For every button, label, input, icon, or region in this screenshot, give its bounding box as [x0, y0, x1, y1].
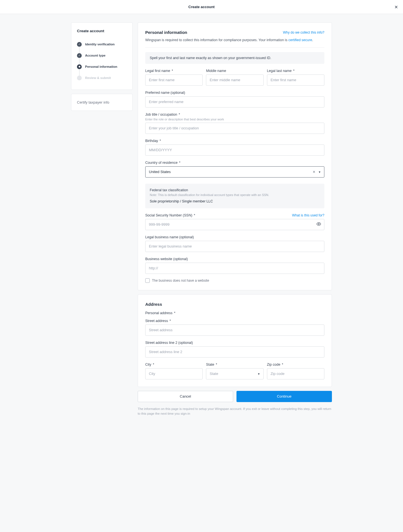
first-name-label: Legal first name *	[145, 69, 203, 73]
certify-taxpayer-label: Certify taxpayer info	[77, 100, 127, 104]
website-label: Business website (optional)	[145, 257, 324, 261]
first-name-input[interactable]	[145, 74, 203, 86]
why-collect-link[interactable]: Why do we collect this info?	[283, 31, 324, 34]
progress-title: Create account	[77, 29, 127, 33]
legal-business-input[interactable]	[145, 241, 324, 252]
last-name-label: Legal last name *	[267, 69, 324, 73]
future-step-icon	[77, 76, 82, 80]
city-label: City *	[145, 363, 203, 367]
footer-help-text: The information on this page is required…	[138, 407, 332, 416]
clear-icon[interactable]: ✕	[313, 170, 315, 174]
job-title-label: Job title / occupation *	[145, 113, 324, 116]
svg-point-0	[318, 223, 319, 225]
step-personal-information: Personal information	[77, 61, 127, 72]
preferred-name-label: Preferred name (optional)	[145, 91, 324, 95]
step-label: Personal information	[85, 65, 117, 68]
address-panel: Address Personal address * Street addres…	[138, 294, 332, 387]
close-button[interactable]: ✕	[394, 4, 398, 10]
panel-description: Wingspan is required to collect this inf…	[145, 38, 324, 48]
personal-info-panel: Personal information Why do we collect t…	[138, 22, 332, 290]
address-subtitle: Personal address *	[145, 311, 324, 315]
country-value: United States	[149, 170, 171, 174]
ssn-help-link[interactable]: What is this used for?	[292, 213, 324, 217]
certified-secure-link[interactable]: certified secure	[288, 38, 312, 42]
header-bar: Create account ✕	[0, 0, 403, 14]
step-label: Identity verification	[85, 43, 114, 46]
cancel-button[interactable]: Cancel	[138, 391, 233, 402]
current-step-icon	[77, 64, 82, 69]
header-title: Create account	[188, 5, 215, 9]
eye-icon[interactable]	[317, 222, 321, 227]
federal-tax-value: Sole proprietorship / Single member LLC	[150, 199, 320, 203]
job-title-input[interactable]	[145, 123, 324, 134]
certify-taxpayer-card[interactable]: Certify taxpayer info	[71, 94, 133, 111]
no-website-checkbox[interactable]	[145, 278, 150, 283]
street-input[interactable]	[145, 325, 324, 336]
desc-suffix: .	[312, 38, 313, 42]
close-icon: ✕	[394, 4, 398, 9]
street2-label: Street address line 2 (optional)	[145, 341, 324, 345]
zip-input[interactable]	[267, 368, 324, 379]
country-select[interactable]: United States	[145, 166, 324, 178]
birthday-label: Birthday *	[145, 139, 324, 143]
job-title-help: Enter the role or description that best …	[145, 118, 324, 121]
step-account-type: ✓ Account type	[77, 50, 127, 61]
ssn-input[interactable]	[145, 219, 324, 230]
ssn-label: Social Security Number (SSN) *	[145, 213, 195, 217]
zip-label: Zip code *	[267, 363, 324, 367]
street-label: Street address *	[145, 319, 324, 323]
step-label: Account type	[85, 54, 106, 57]
federal-tax-title: Federal tax classification	[150, 188, 320, 192]
address-title: Address	[145, 302, 324, 307]
desc-prefix: Wingspan is required to collect this inf…	[145, 38, 288, 42]
street2-input[interactable]	[145, 346, 324, 358]
step-label: Review & submit	[85, 76, 111, 80]
birthday-input[interactable]	[145, 144, 324, 156]
panel-title: Personal information	[145, 30, 187, 35]
country-label: Country of residence *	[145, 161, 324, 165]
no-website-label: The business does not have a website	[152, 279, 209, 283]
middle-name-label: Middle name	[206, 69, 263, 73]
city-input[interactable]	[145, 368, 203, 379]
state-label: State *	[206, 363, 263, 367]
check-icon: ✓	[77, 42, 82, 47]
step-identity-verification: ✓ Identity verification	[77, 39, 127, 50]
id-spelling-note: Spell your first and last name exactly a…	[145, 52, 324, 64]
state-select[interactable]	[206, 368, 263, 379]
legal-business-label: Legal business name (optional)	[145, 235, 324, 239]
step-review-submit: Review & submit	[77, 72, 127, 83]
last-name-input[interactable]	[267, 74, 324, 86]
preferred-name-input[interactable]	[145, 96, 324, 108]
federal-tax-box: Federal tax classification Note: This is…	[145, 184, 324, 208]
check-icon: ✓	[77, 53, 82, 58]
progress-card: Create account ✓ Identity verification ✓…	[71, 22, 133, 90]
middle-name-input[interactable]	[206, 74, 263, 86]
federal-tax-note: Note: This is default classification for…	[150, 193, 320, 197]
website-input[interactable]	[145, 263, 324, 274]
continue-button[interactable]: Continue	[236, 391, 332, 402]
